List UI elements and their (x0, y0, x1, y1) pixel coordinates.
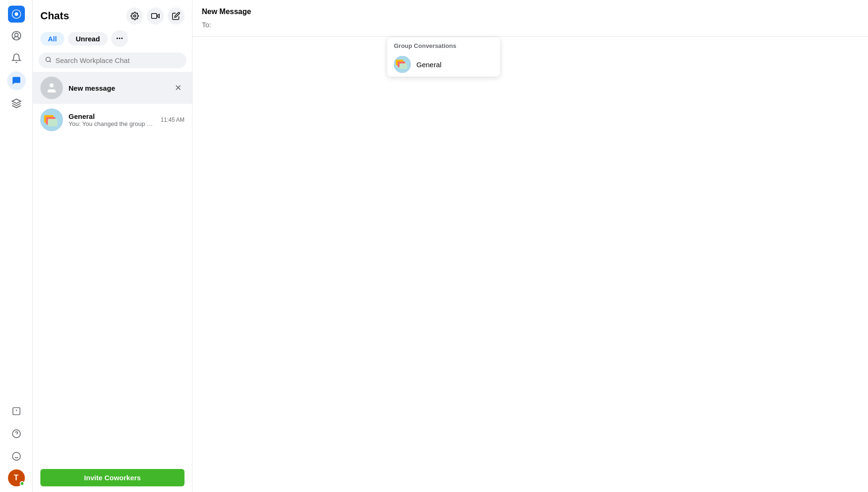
nav-chat-icon[interactable] (7, 71, 26, 90)
group-avatar-inner (40, 109, 63, 131)
svg-point-14 (46, 57, 50, 62)
video-call-button[interactable] (147, 8, 164, 24)
chat-time: 11:45 AM (161, 117, 184, 123)
new-message-title: New Message (202, 8, 859, 16)
main-content-area: New Message To: Group Conversations Gene… (192, 0, 868, 492)
chat-preview: You: You changed the group photo. (69, 120, 155, 127)
new-message-avatar (40, 77, 63, 99)
new-message-left: New message (40, 77, 115, 99)
to-label: To: (202, 21, 211, 29)
dropdown-item-name: General (416, 61, 441, 69)
search-input[interactable] (55, 56, 180, 64)
filter-tabs: All Unread ··· (33, 28, 192, 53)
dropdown-item[interactable]: General (387, 52, 500, 77)
user-avatar[interactable]: T (8, 469, 25, 486)
svg-rect-20 (48, 119, 57, 126)
search-box (38, 53, 186, 68)
workplace-logo (8, 6, 25, 23)
svg-point-11 (134, 15, 136, 17)
new-message-label: New message (69, 84, 115, 92)
settings-button[interactable] (126, 8, 143, 24)
left-navigation: T (0, 0, 33, 492)
new-message-item[interactable]: New message ✕ (33, 72, 192, 104)
dropdown-group-avatar (394, 56, 411, 73)
svg-point-16 (50, 83, 54, 87)
new-message-header: New Message To: (192, 0, 868, 37)
compose-button[interactable] (168, 8, 184, 24)
to-field: To: (202, 21, 859, 29)
nav-emoji-icon[interactable] (7, 447, 26, 466)
filter-more-tab[interactable]: ··· (111, 30, 128, 47)
chat-name: General (69, 112, 155, 120)
nav-bottom-section: T (7, 402, 26, 486)
search-container (33, 53, 192, 72)
chat-sidebar: Chats All (33, 0, 192, 492)
svg-marker-12 (157, 14, 159, 18)
chats-title: Chats (40, 10, 69, 22)
nav-feedback-icon[interactable] (7, 402, 26, 421)
list-item[interactable]: General You: You changed the group photo… (33, 104, 192, 136)
svg-line-15 (50, 61, 51, 62)
filter-unread-tab[interactable]: Unread (68, 32, 108, 46)
user-initials: T (14, 474, 19, 482)
close-new-message-button[interactable]: ✕ (171, 81, 184, 94)
svg-point-8 (12, 453, 20, 461)
online-status-dot (20, 481, 24, 486)
nav-help-icon[interactable] (7, 424, 26, 443)
svg-point-1 (15, 12, 18, 16)
group-avatar (40, 109, 63, 131)
svg-rect-13 (152, 14, 157, 19)
nav-apps-icon[interactable] (7, 94, 26, 113)
invite-btn-container: Invite Coworkers (33, 463, 192, 492)
nav-notifications-icon[interactable] (7, 49, 26, 68)
invite-coworkers-button[interactable]: Invite Coworkers (40, 469, 184, 486)
search-icon (45, 56, 52, 64)
filter-all-tab[interactable]: All (40, 32, 64, 46)
svg-rect-24 (399, 63, 407, 69)
recipients-dropdown: Group Conversations General (387, 38, 500, 77)
conversation-list: General You: You changed the group photo… (33, 104, 192, 136)
header-icons-group (126, 8, 184, 24)
chat-header: Chats (33, 0, 192, 28)
chat-info: General You: You changed the group photo… (69, 112, 155, 127)
dropdown-section-label: Group Conversations (387, 38, 500, 52)
nav-home-icon[interactable] (7, 26, 26, 45)
